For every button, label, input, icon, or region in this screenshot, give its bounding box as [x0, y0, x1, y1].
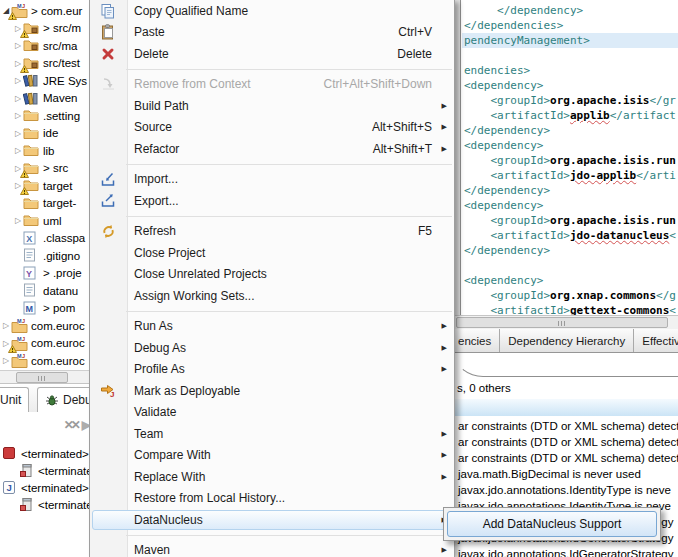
tree-item-target[interactable]: target- [13, 195, 76, 212]
tree-item-com-euroc[interactable]: ▷MJcom.euroc [1, 317, 85, 334]
tree-item-gitigno[interactable]: .gitigno [13, 247, 80, 264]
menu-item-refactor[interactable]: RefactorAlt+Shift+T▶ [90, 138, 454, 160]
tree-item-proje[interactable]: Y> .proje [13, 265, 82, 282]
xml-tag-text: < [669, 229, 676, 242]
pom-xml-editor[interactable]: </dependency></dependencies>pendencyMana… [455, 0, 678, 315]
tree-item-jre-sys[interactable]: ▷JRE Sys [13, 72, 87, 89]
tree-item-lib[interactable]: ▷lib [13, 142, 55, 159]
tab-junit[interactable]: Unit [0, 387, 29, 412]
tree-item-maven[interactable]: ▷Maven [13, 90, 78, 107]
expand-arrow-icon[interactable]: ▷ [13, 90, 23, 107]
menu-item-replace-with[interactable]: Replace With▶ [90, 466, 454, 488]
debug-launch-row[interactable]: <terminated> [3, 445, 89, 462]
menu-item-compare-with[interactable]: Compare With▶ [90, 445, 454, 467]
code-line[interactable]: <artifactId>jdo-applib</arti [464, 168, 676, 183]
debug-launch-row[interactable]: <terminate [20, 496, 93, 513]
tree-item-src-test[interactable]: ▷src/test [13, 55, 80, 72]
tree-item-uml[interactable]: ▷uml [13, 212, 62, 229]
code-line[interactable]: <groupId>org.apache.isis.run [464, 213, 676, 228]
submenu-arrow-icon: ▶ [442, 545, 447, 555]
tree-item-ide[interactable]: ▷ide [13, 125, 58, 142]
code-line[interactable]: <dependency> [464, 138, 543, 153]
debug-launch-row[interactable]: J<terminated> [3, 479, 89, 496]
explorer-hscrollbar-thumb[interactable] [16, 372, 68, 383]
expand-arrow-icon[interactable]: ▷ [1, 317, 11, 334]
no-icon [97, 340, 119, 356]
tree-item-com-euroc[interactable]: ▷MJcom.euroc [1, 335, 85, 352]
menu-item-build-path[interactable]: Build Path▶ [90, 95, 454, 117]
code-line[interactable]: endencies> [464, 63, 530, 78]
problem-row[interactable]: ar constraints (DTD or XML schema) detec… [458, 434, 678, 450]
tree-item-src-ma[interactable]: ▷src/ma [13, 37, 78, 54]
problem-row[interactable]: java.math.BigDecimal is never used [458, 466, 641, 482]
expand-arrow-icon[interactable]: ▷ [13, 142, 23, 159]
problem-row[interactable]: javax.jdo.annotations.IdentityType is ne… [458, 482, 671, 498]
code-line[interactable]: <artifactId>gettext-commons< [464, 303, 676, 315]
problem-row[interactable]: ar constraints (DTD or XML schema) detec… [458, 418, 678, 434]
tree-item-src-m[interactable]: ▷> src/m [13, 20, 81, 37]
tree-item-setting[interactable]: ▷.setting [13, 107, 80, 124]
tree-item-classpa[interactable]: X.classpa [13, 230, 85, 247]
code-line[interactable]: <groupId>org.apache.isis</gr [464, 93, 676, 108]
menu-item-mark-as-deployable[interactable]: JMark as Deployable [90, 380, 454, 402]
code-line[interactable]: <groupId>org.apache.isis.run [464, 153, 676, 168]
menu-item-close-unrelated-projects[interactable]: Close Unrelated Projects [90, 264, 454, 286]
menu-item-restore-from-local-history[interactable]: Restore from Local History... [90, 488, 454, 510]
tree-item-target[interactable]: ▷target [13, 177, 72, 194]
code-line[interactable]: <groupId>org.xnap.commons</g [464, 288, 676, 303]
expand-arrow-icon[interactable]: ▷ [13, 107, 23, 124]
package-explorer-panel[interactable]: ◢MJ> com.eur▷> src/m▷src/ma▷src/test▷JRE… [0, 0, 90, 370]
debug-launch-row[interactable]: <terminate [20, 462, 93, 479]
menu-item-team[interactable]: Team▶ [90, 423, 454, 445]
xml-value-text: org.apache.isis.run [550, 214, 676, 227]
code-line[interactable]: </dependency> [464, 183, 550, 198]
code-line[interactable]: </dependency> [464, 3, 583, 18]
menu-item-delete[interactable]: DeleteDelete [90, 43, 454, 65]
menu-item-assign-working-sets[interactable]: Assign Working Sets... [90, 285, 454, 307]
expand-arrow-icon[interactable]: ▷ [13, 125, 23, 142]
code-line[interactable]: <artifactId>applib</artifact [464, 108, 676, 123]
code-line[interactable]: </dependencies> [464, 18, 563, 33]
code-line[interactable]: <artifactId>jdo-datanucleus< [464, 228, 676, 243]
menu-item-import[interactable]: Import... [90, 169, 454, 191]
tab-dependency-hierarchy[interactable]: Dependency Hierarchy [500, 329, 634, 352]
code-line[interactable]: <dependency> [464, 198, 543, 213]
menu-item-validate[interactable]: Validate [90, 402, 454, 424]
expand-arrow-icon[interactable]: ▷ [1, 352, 11, 369]
menu-item-maven[interactable]: Maven▶ [90, 540, 454, 557]
remove-terminated-icon[interactable]: ✕✕ [64, 418, 78, 432]
menu-item-datanucleus[interactable]: DataNucleus▶ [90, 509, 454, 531]
expand-arrow-icon[interactable]: ▷ [13, 72, 23, 89]
expand-arrow-icon[interactable]: ▷ [13, 37, 23, 54]
code-line[interactable]: pendencyManagement> [464, 33, 590, 48]
tree-item-com-euroc[interactable]: ▷MJcom.euroc [1, 352, 85, 369]
problem-row[interactable]: ar constraints (DTD or XML schema) detec… [458, 450, 678, 466]
editor-hscrollbar-thumb[interactable] [456, 317, 668, 328]
menu-item-source[interactable]: SourceAlt+Shift+S▶ [90, 117, 454, 139]
tree-item-src[interactable]: ▷> src [13, 160, 68, 177]
explorer-hscrollbar[interactable] [0, 370, 90, 384]
code-line[interactable]: </dependency> [464, 123, 550, 138]
menu-item-paste[interactable]: PasteCtrl+V [90, 22, 454, 44]
menu-item-add-datanucleus-support[interactable]: Add DataNucleus Support [447, 511, 657, 537]
code-line[interactable]: <dependency> [464, 273, 543, 288]
folder-icon [23, 178, 40, 193]
problems-header-band[interactable] [455, 399, 678, 416]
menu-item-run-as[interactable]: Run As▶ [90, 316, 454, 338]
problem-row[interactable]: javax.jdo.annotations.IdGeneratorStrateg… [458, 546, 673, 557]
tree-item-pom[interactable]: M> pom [13, 300, 75, 317]
code-line[interactable]: <dependency> [464, 78, 543, 93]
menu-item-profile-as[interactable]: Profile As▶ [90, 359, 454, 381]
editor-hscrollbar[interactable] [455, 315, 678, 329]
tab-dependencies[interactable]: encies [455, 329, 500, 352]
menu-item-debug-as[interactable]: Debug As▶ [90, 337, 454, 359]
menu-item-refresh[interactable]: RefreshF5 [90, 221, 454, 243]
tree-item-datanu[interactable]: datanu [13, 282, 78, 299]
expand-arrow-icon[interactable]: ▷ [13, 212, 23, 229]
menu-item-copy-qualified-name[interactable]: Copy Qualified Name [90, 0, 454, 22]
tree-item-com-eur[interactable]: ◢MJ> com.eur [1, 2, 82, 19]
code-line[interactable]: </dependency> [464, 243, 550, 258]
menu-item-export[interactable]: Export... [90, 190, 454, 212]
menu-item-close-project[interactable]: Close Project [90, 242, 454, 264]
tab-effective-pom[interactable]: Effective P [634, 329, 678, 352]
